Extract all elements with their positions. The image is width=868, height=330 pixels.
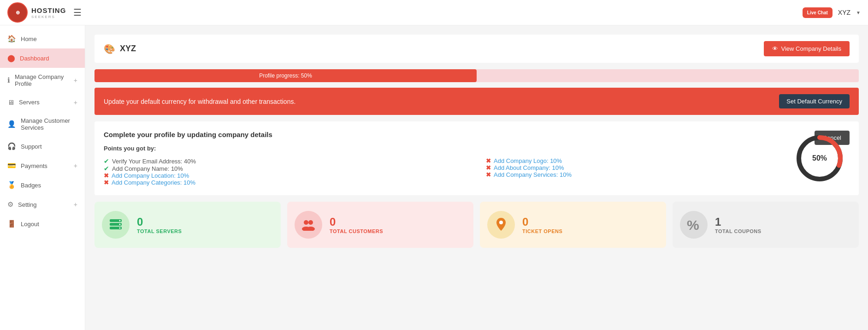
sidebar-item-support[interactable]: 🎧 Support: [0, 137, 85, 156]
support-icon: 🎧: [7, 142, 16, 150]
sidebar-item-setting[interactable]: ⚙ Setting +: [0, 195, 85, 214]
hamburger-menu[interactable]: ☰: [73, 7, 82, 18]
set-currency-button[interactable]: Set Default Currency: [779, 94, 850, 108]
sidebar-item-manage-company[interactable]: ℹ Manage Company Profile +: [0, 68, 85, 93]
badges-icon: 🏅: [7, 181, 16, 189]
customers-stat-info: 0 TOTAL CUSTOMERS: [330, 216, 383, 234]
svg-point-12: [499, 221, 503, 224]
profile-card-title: Complete your profile by updating compan…: [104, 131, 272, 138]
donut-chart: 50%: [794, 133, 845, 184]
donut-percent-label: 50%: [812, 154, 827, 162]
alert-message: Update your default currency for withdra…: [104, 98, 295, 105]
tickets-stat-icon: [487, 211, 515, 239]
sidebar-item-dashboard[interactable]: ⬤ Dashboard: [0, 48, 85, 68]
customers-group-icon: [301, 219, 316, 231]
progress-bar: Profile progress: 50%: [94, 69, 477, 82]
payments-icon: 💳: [7, 162, 16, 170]
svg-point-5: [119, 220, 121, 222]
dashboard-icon: ⬤: [7, 54, 15, 62]
sidebar-item-servers[interactable]: 🖥 Servers +: [0, 93, 85, 112]
home-icon: 🏠: [7, 35, 16, 43]
progress-label: Profile progress: 50%: [259, 72, 312, 79]
stat-card-customers: 0 TOTAL CUSTOMERS: [287, 202, 473, 248]
sidebar-label-setting: Setting: [18, 201, 36, 208]
logo-icon: ⊕: [7, 2, 28, 23]
manage-customer-icon: 👤: [7, 120, 16, 128]
main-layout: 🏠 Home ⬤ Dashboard ℹ Manage Company Prof…: [0, 25, 868, 330]
point-services-link[interactable]: Add Company Services: 10%: [494, 171, 572, 178]
setting-icon: ⚙: [7, 200, 13, 209]
svg-point-8: [304, 220, 308, 225]
topbar-right: Live Chat XYZ ▼: [803, 7, 861, 18]
content-title: 🎨 XYZ: [104, 43, 136, 54]
customers-label: TOTAL CUSTOMERS: [330, 228, 383, 234]
point-about-link[interactable]: Add About Company: 10%: [494, 164, 564, 171]
palette-icon: 🎨: [104, 43, 115, 54]
live-chat-button[interactable]: Live Chat: [803, 7, 833, 18]
sidebar-item-logout[interactable]: 🚪 Logout: [0, 214, 85, 234]
tickets-count: 0: [522, 216, 562, 228]
stats-row: 0 TOTAL SERVERS 0 TOTAL CUSTOMERS: [94, 202, 859, 248]
point-company-name-text: Add Company Name: 10%: [112, 165, 183, 172]
x-icon-about: ✖: [486, 164, 491, 171]
view-company-label: View Company Details: [781, 45, 841, 52]
sidebar-label-badges: Badges: [21, 182, 41, 189]
point-categories-link[interactable]: Add Company Categories: 10%: [112, 179, 195, 186]
logo-sub-text: SEEKERS: [31, 15, 66, 19]
servers-plus-icon: +: [74, 99, 77, 106]
svg-point-7: [119, 228, 121, 229]
points-grid: ✔ Verify Your Email Address: 40% ✔ Add C…: [104, 157, 850, 186]
tickets-stat-info: 0 TICKET OPENS: [522, 216, 562, 234]
servers-icon: 🖥: [7, 98, 14, 106]
servers-count: 0: [137, 216, 182, 228]
coupons-stat-icon: %: [680, 211, 708, 239]
point-location-link[interactable]: Add Company Location: 10%: [112, 172, 189, 179]
sidebar-item-payments[interactable]: 💳 Payments +: [0, 156, 85, 175]
sidebar-label-manage-customer: Manage Customer Services: [21, 117, 77, 131]
sidebar-label-dashboard: Dashboard: [20, 55, 49, 62]
sidebar-item-home[interactable]: 🏠 Home: [0, 29, 85, 48]
tickets-label: TICKET OPENS: [522, 228, 562, 234]
svg-point-9: [308, 220, 313, 225]
point-item-email: ✔ Verify Your Email Address: 40%: [104, 157, 467, 165]
point-item-company-name: ✔ Add Company Name: 10%: [104, 165, 467, 172]
view-company-button[interactable]: 👁 View Company Details: [764, 41, 850, 56]
customers-count: 0: [330, 216, 383, 228]
servers-stat-icon: [102, 211, 130, 239]
user-dropdown-arrow[interactable]: ▼: [856, 10, 861, 15]
server-stack-icon: [109, 219, 123, 230]
logo-brand: HOSTING SEEKERS: [31, 6, 66, 19]
percent-icon: %: [686, 217, 702, 233]
topbar: ⊕ HOSTING SEEKERS ☰ Live Chat XYZ ▼: [0, 0, 868, 25]
progress-container: Profile progress: 50%: [94, 69, 859, 82]
sidebar-item-manage-customer[interactable]: 👤 Manage Customer Services: [0, 112, 85, 137]
sidebar-label-support: Support: [21, 143, 42, 150]
point-item-categories: ✖ Add Company Categories: 10%: [104, 179, 467, 186]
svg-point-6: [119, 224, 121, 225]
logo-brand-text: HOSTING: [31, 6, 66, 14]
logout-icon: 🚪: [7, 220, 16, 228]
sidebar-label-payments: Payments: [21, 162, 47, 169]
customers-stat-icon: [295, 211, 322, 239]
x-icon-categories: ✖: [104, 179, 109, 186]
content-header: 🎨 XYZ 👁 View Company Details: [94, 35, 859, 63]
x-icon-location: ✖: [104, 172, 109, 179]
sidebar: 🏠 Home ⬤ Dashboard ℹ Manage Company Prof…: [0, 25, 85, 330]
payments-plus-icon: +: [74, 162, 77, 169]
profile-card-header: Complete your profile by updating compan…: [104, 131, 850, 145]
sidebar-item-badges[interactable]: 🏅 Badges: [0, 175, 85, 195]
coupons-stat-info: 1 TOTAL COUPONS: [715, 216, 762, 234]
servers-label: TOTAL SERVERS: [137, 228, 182, 234]
profile-card: Complete your profile by updating compan…: [94, 121, 859, 195]
content-area: 🎨 XYZ 👁 View Company Details Profile pro…: [85, 25, 868, 330]
logo: ⊕ HOSTING SEEKERS: [7, 2, 66, 23]
manage-company-icon: ℹ: [7, 76, 10, 84]
topbar-left: ⊕ HOSTING SEEKERS ☰: [7, 2, 82, 23]
stat-card-coupons: % 1 TOTAL COUPONS: [673, 202, 859, 248]
check-icon: ✔: [104, 157, 109, 165]
svg-text:%: %: [687, 217, 699, 233]
coupons-label: TOTAL COUPONS: [715, 228, 762, 234]
point-logo-link[interactable]: Add Company Logo: 10%: [494, 157, 562, 164]
x-icon-services: ✖: [486, 171, 491, 178]
logo-text: ⊕: [16, 10, 20, 16]
